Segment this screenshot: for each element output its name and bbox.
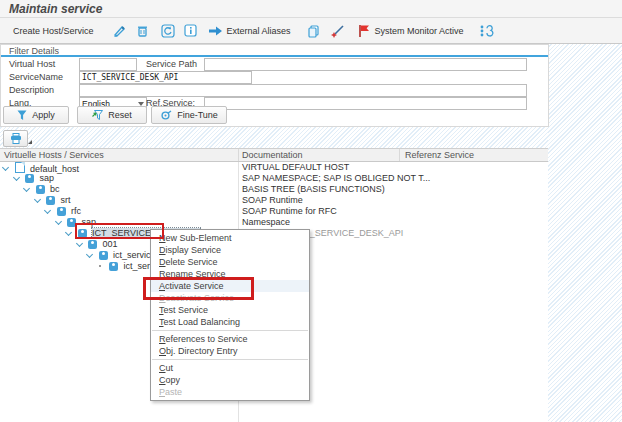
expand-chevron-icon[interactable] — [2, 164, 9, 171]
tree-node-label[interactable]: sap — [40, 173, 55, 183]
printer-icon — [10, 133, 22, 144]
documentation-cell: Namespace — [242, 217, 290, 228]
context-menu: New Sub-ElementDisplay ServiceDelete Ser… — [150, 229, 310, 401]
header-divider-2 — [399, 149, 400, 161]
edit-icon[interactable] — [110, 23, 128, 39]
toolbar-resize-handle[interactable] — [28, 140, 32, 144]
service-icon — [109, 262, 118, 271]
apply-button-label: Apply — [32, 110, 55, 120]
application-toolbar: Create Host/Service External Aliases Sys… — [0, 18, 622, 44]
service-icon — [25, 174, 34, 183]
menu-item-delete-service[interactable]: Delete Service — [151, 256, 309, 268]
reset-button[interactable]: Reset — [77, 106, 147, 124]
documentation-cell: SOAP Runtime — [242, 195, 303, 206]
menu-item-obj-directory-entry[interactable]: Obj. Directory Entry — [151, 345, 309, 357]
background-hatch-right — [548, 44, 622, 422]
menu-item-display-service[interactable]: Display Service — [151, 244, 309, 256]
service-path-label: Service Path — [146, 59, 197, 69]
wand-icon[interactable] — [329, 23, 347, 39]
fine-tune-icon — [160, 110, 172, 121]
fine-tune-button[interactable]: Fine-Tune — [151, 106, 227, 124]
tree-row[interactable]: rfc SOAP Runtime for RFC — [0, 206, 548, 217]
column-header-documentation[interactable]: Documentation — [242, 150, 303, 160]
flag-icon — [355, 23, 373, 39]
service-path-input[interactable] — [204, 58, 527, 71]
hierarchy-icon[interactable] — [478, 23, 496, 39]
expand-chevron-icon[interactable] — [65, 228, 72, 235]
expand-chevron-icon[interactable] — [23, 184, 30, 191]
menu-separator — [152, 330, 308, 331]
service-name-label: ServiceName — [9, 72, 63, 82]
virtual-host-label: Virtual Host — [9, 59, 55, 69]
tree-row[interactable]: sap SAP NAMESPACE; SAP IS OBLIGED NOT T.… — [0, 173, 548, 184]
ref-service-input[interactable] — [204, 97, 527, 110]
description-label: Description — [9, 85, 54, 95]
tree-node-label[interactable]: default_host — [30, 164, 79, 174]
menu-item-test-load-balancing[interactable]: Test Load Balancing — [151, 316, 309, 328]
apply-button[interactable]: Apply — [3, 106, 69, 124]
sap-maintain-service-window: Maintain service Create Host/Service Ext… — [0, 0, 622, 422]
column-header-referenz[interactable]: Referenz Service — [405, 150, 474, 160]
tree-row[interactable]: default_host VIRTUAL DEFAULT HOST — [0, 162, 548, 173]
annotation-box-selected-service — [75, 223, 164, 239]
service-icon — [36, 185, 45, 194]
fine-tune-button-label: Fine-Tune — [177, 110, 218, 120]
filter-reset-icon — [92, 110, 103, 121]
expand-chevron-icon[interactable] — [86, 250, 93, 257]
tree-node-label[interactable]: 001 — [103, 239, 118, 249]
service-icon — [57, 207, 66, 216]
external-aliases-arrow-icon[interactable] — [207, 23, 225, 39]
menu-item-new-sub-element[interactable]: New Sub-Element — [151, 232, 309, 244]
menu-item-cut[interactable]: Cut — [151, 362, 309, 374]
documentation-cell: SAP NAMESPACE; SAP IS OBLIGED NOT T... — [242, 173, 430, 184]
service-icon — [99, 251, 108, 260]
expand-chevron-icon[interactable] — [12, 173, 19, 180]
host-icon — [15, 162, 25, 173]
reset-button-label: Reset — [108, 110, 132, 120]
tree-node-label[interactable]: srt — [61, 195, 71, 205]
expand-chevron-icon[interactable] — [33, 195, 40, 202]
column-header-hosts[interactable]: Virtuelle Hosts / Services — [4, 150, 104, 160]
info-icon[interactable] — [182, 23, 200, 39]
menu-separator — [152, 359, 308, 360]
tree-node-label[interactable]: bc — [50, 184, 60, 194]
service-icon — [88, 240, 97, 249]
tree-node-label[interactable]: rfc — [71, 206, 81, 216]
tree-row[interactable]: bc BASIS TREE (BASIS FUNCTIONS) — [0, 184, 548, 195]
system-monitor-label: System Monitor Active — [375, 26, 464, 36]
print-button[interactable] — [3, 130, 28, 147]
leaf-dot-icon — [99, 265, 101, 267]
page-title: Maintain service — [9, 2, 102, 16]
title-bar: Maintain service — [0, 0, 622, 18]
filter-funnel-icon — [17, 110, 27, 121]
service-icon — [46, 196, 55, 205]
tree-column-headers: Virtuelle Hosts / Services Documentation… — [0, 149, 548, 162]
background-hatch-band — [0, 125, 548, 148]
documentation-cell: VIRTUAL DEFAULT HOST — [242, 162, 349, 173]
tree-row[interactable]: srt SOAP Runtime — [0, 195, 548, 206]
create-host-service-button[interactable]: Create Host/Service — [9, 24, 98, 38]
refresh-icon[interactable] — [159, 23, 177, 39]
expand-chevron-icon[interactable] — [54, 217, 61, 224]
menu-item-references-to-service[interactable]: References to Service — [151, 333, 309, 345]
external-aliases-label[interactable]: External Aliases — [227, 26, 291, 36]
service-name-input[interactable]: ICT_SERVICE_DESK_API — [79, 71, 252, 84]
virtual-host-input[interactable] — [79, 58, 137, 71]
menu-item-copy[interactable]: Copy — [151, 374, 309, 386]
header-divider-1 — [238, 149, 239, 161]
description-input[interactable] — [79, 84, 527, 97]
filter-details-panel: Filter Details Virtual Host Service Path… — [0, 44, 549, 127]
expand-chevron-icon[interactable] — [75, 239, 82, 246]
copy-icon[interactable] — [305, 23, 323, 39]
expand-chevron-icon[interactable] — [44, 206, 51, 213]
menu-item-paste: Paste — [151, 386, 309, 398]
documentation-cell: BASIS TREE (BASIS FUNCTIONS) — [242, 184, 385, 195]
delete-icon[interactable] — [134, 23, 152, 39]
menu-item-test-service[interactable]: Test Service — [151, 304, 309, 316]
documentation-cell: SOAP Runtime for RFC — [242, 206, 337, 217]
annotation-box-activate-service — [143, 277, 254, 300]
filter-accent-rule — [1, 55, 548, 57]
